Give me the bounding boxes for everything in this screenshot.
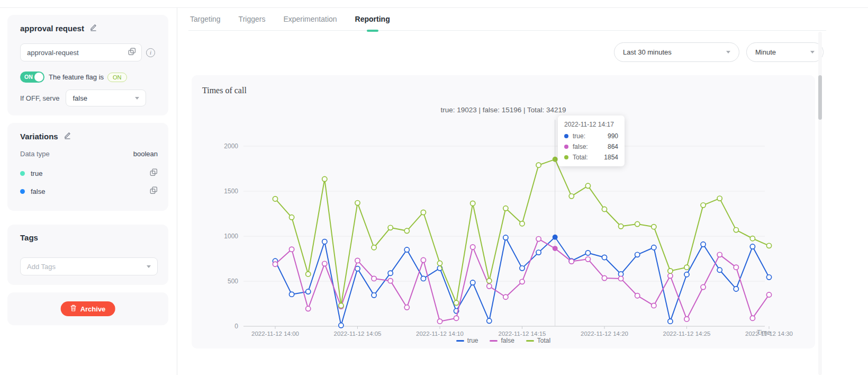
- flag-status-text: The feature flag is: [49, 73, 104, 81]
- pencil-icon: [89, 23, 97, 33]
- copy-icon: [128, 48, 136, 57]
- svg-text:2022-11-12 14:10: 2022-11-12 14:10: [416, 331, 464, 337]
- off-serve-label: If OFF, serve: [20, 94, 59, 102]
- legend-marker-total: [526, 340, 534, 342]
- tooltip-value: 990: [608, 132, 618, 140]
- variation-false-dot: [20, 189, 25, 194]
- series-dot-true: [564, 134, 568, 138]
- tooltip-row: true: 990: [564, 132, 618, 140]
- chart-tooltip: 2022-11-12 14:17 true: 990 false: 864 To…: [558, 115, 625, 166]
- chevron-down-icon: [810, 51, 815, 53]
- off-serve-select[interactable]: false: [66, 90, 146, 106]
- tags-title: Tags: [20, 233, 38, 242]
- copy-flag-key-button[interactable]: [128, 48, 136, 57]
- data-type-label: Data type: [20, 150, 50, 158]
- legend-item-true[interactable]: true: [456, 337, 478, 344]
- legend-marker-true: [456, 340, 464, 342]
- info-icon: i: [146, 48, 155, 57]
- tab-targeting[interactable]: Targeting: [189, 7, 222, 31]
- edit-variations-button[interactable]: [64, 131, 71, 141]
- chart-legend: true false Total: [192, 337, 815, 344]
- svg-text:500: 500: [228, 278, 238, 285]
- feature-flag-toggle[interactable]: ON: [20, 72, 44, 83]
- active-tab-underline: [367, 30, 378, 32]
- tab-label: Targeting: [190, 15, 221, 23]
- svg-text:1500: 1500: [224, 188, 238, 195]
- archive-button[interactable]: Archive: [61, 301, 115, 316]
- tooltip-value: 1854: [604, 154, 618, 161]
- copy-variation-true-button[interactable]: [150, 168, 158, 178]
- copy-icon: [150, 186, 158, 196]
- toggle-knob: [34, 73, 43, 82]
- tooltip-label: Total:: [573, 154, 588, 161]
- legend-label: false: [501, 337, 514, 344]
- svg-text:1000: 1000: [224, 233, 238, 240]
- time-range-select[interactable]: Last 30 minutes: [614, 42, 739, 62]
- tab-label: Triggers: [239, 15, 266, 23]
- variation-true-dot: [20, 171, 25, 176]
- legend-label: true: [467, 337, 478, 344]
- add-tags-select[interactable]: Add Tags: [20, 257, 158, 275]
- scrollbar-thumb[interactable]: [818, 75, 822, 120]
- legend-item-total[interactable]: Total: [526, 337, 550, 344]
- archive-label: Archive: [80, 305, 106, 313]
- flag-key-info-button[interactable]: i: [146, 48, 156, 57]
- granularity-select[interactable]: Minute: [746, 42, 824, 62]
- variation-false-label: false: [31, 188, 45, 195]
- chevron-down-icon: [135, 97, 139, 100]
- chart-canvas[interactable]: 05001000150020002022-11-12 14:002022-11-…: [192, 75, 815, 349]
- data-type-row: Data type boolean: [20, 150, 158, 158]
- svg-text:2022-11-12 14:15: 2022-11-12 14:15: [499, 331, 546, 337]
- variation-true-label: true: [31, 169, 42, 177]
- flag-title: approval request: [20, 24, 84, 33]
- tab-label: Reporting: [355, 15, 390, 23]
- legend-label: Total: [537, 337, 550, 344]
- svg-text:2022-11-12 14:05: 2022-11-12 14:05: [334, 331, 382, 337]
- status-badge: ON: [107, 73, 127, 82]
- flag-key-input[interactable]: [27, 49, 128, 57]
- legend-item-false[interactable]: false: [490, 337, 514, 344]
- flag-card: approval request i: [7, 15, 168, 115]
- legend-marker-false: [490, 340, 498, 342]
- chevron-down-icon: [147, 265, 151, 268]
- variations-title: Variations: [20, 132, 58, 141]
- variation-row-true: true: [20, 168, 158, 178]
- data-type-value: boolean: [133, 150, 158, 158]
- chevron-down-icon: [726, 51, 730, 53]
- xaxis-name: Time: [757, 329, 771, 336]
- off-serve-value: false: [73, 94, 87, 102]
- svg-text:2022-11-12 14:20: 2022-11-12 14:20: [581, 331, 628, 337]
- tooltip-row: false: 864: [564, 143, 618, 150]
- add-tags-placeholder: Add Tags: [27, 263, 56, 271]
- tab-experimentation[interactable]: Experimentation: [282, 7, 338, 31]
- copy-variation-false-button[interactable]: [150, 186, 158, 196]
- svg-text:0: 0: [234, 323, 238, 330]
- tooltip-value: 864: [608, 143, 618, 150]
- copy-icon: [150, 168, 158, 178]
- edit-flag-title-button[interactable]: [89, 23, 97, 33]
- time-range-value: Last 30 minutes: [623, 48, 672, 56]
- tab-triggers[interactable]: Triggers: [238, 7, 267, 31]
- tooltip-label: false:: [573, 143, 588, 150]
- tags-card: Tags Add Tags: [7, 225, 168, 285]
- series-dot-total: [564, 155, 568, 159]
- sidebar: approval request i: [0, 0, 177, 375]
- series-dot-false: [564, 145, 568, 149]
- flag-key-field: [20, 43, 142, 61]
- pencil-icon: [64, 131, 71, 141]
- tooltip-label: true:: [573, 132, 585, 140]
- tab-reporting[interactable]: Reporting: [354, 7, 391, 31]
- svg-text:2000: 2000: [224, 142, 238, 150]
- tooltip-title: 2022-11-12 14:17: [564, 121, 618, 128]
- tab-label: Experimentation: [283, 15, 337, 23]
- archive-card: Archive: [7, 292, 168, 325]
- main-area: Targeting Triggers Experimentation Repor…: [177, 0, 868, 375]
- variation-row-false: false: [20, 186, 158, 196]
- trash-icon: [70, 305, 77, 313]
- tab-bar: Targeting Triggers Experimentation Repor…: [188, 7, 826, 31]
- granularity-value: Minute: [755, 48, 776, 56]
- tooltip-row: Total: 1854: [564, 154, 618, 161]
- svg-text:2022-11-12 14:00: 2022-11-12 14:00: [251, 331, 299, 337]
- chart-card: Times of call true: 19023 | false: 15196…: [192, 75, 815, 349]
- variations-card: Variations Data type boolean true: [7, 123, 168, 211]
